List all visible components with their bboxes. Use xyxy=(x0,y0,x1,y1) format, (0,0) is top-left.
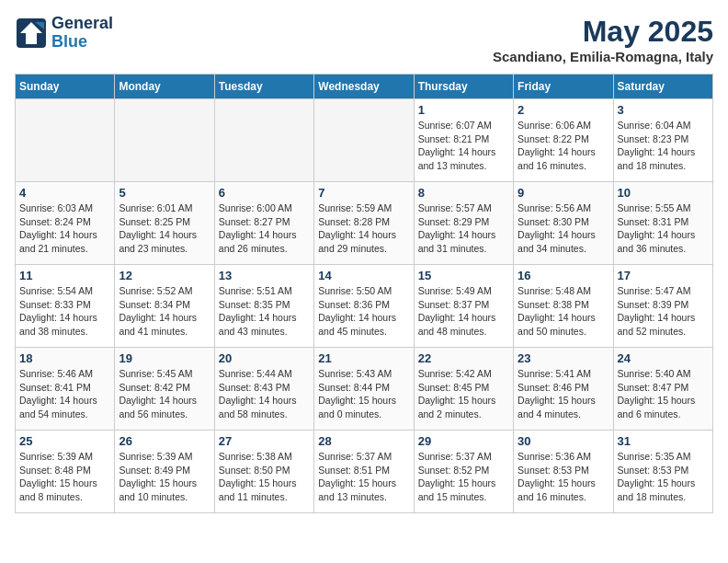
calendar-cell: 8Sunrise: 5:57 AM Sunset: 8:29 PM Daylig… xyxy=(414,182,513,265)
day-info: Sunrise: 5:49 AM Sunset: 8:37 PM Dayligh… xyxy=(418,284,509,339)
logo-icon xyxy=(15,17,48,50)
calendar-cell xyxy=(115,99,214,182)
day-info: Sunrise: 5:35 AM Sunset: 8:53 PM Dayligh… xyxy=(618,450,709,504)
calendar-cell: 19Sunrise: 5:45 AM Sunset: 8:42 PM Dayli… xyxy=(115,348,214,431)
calendar-cell: 12Sunrise: 5:52 AM Sunset: 8:34 PM Dayli… xyxy=(115,265,214,348)
day-info: Sunrise: 5:45 AM Sunset: 8:42 PM Dayligh… xyxy=(119,367,210,421)
calendar-cell: 27Sunrise: 5:38 AM Sunset: 8:50 PM Dayli… xyxy=(214,431,313,513)
day-number: 3 xyxy=(618,103,709,117)
day-number: 19 xyxy=(119,351,210,365)
calendar-cell: 31Sunrise: 5:35 AM Sunset: 8:53 PM Dayli… xyxy=(613,431,712,513)
day-number: 6 xyxy=(219,186,310,200)
calendar-cell: 24Sunrise: 5:40 AM Sunset: 8:47 PM Dayli… xyxy=(613,348,712,431)
day-number: 29 xyxy=(418,434,509,448)
day-info: Sunrise: 5:50 AM Sunset: 8:36 PM Dayligh… xyxy=(318,284,409,339)
day-info: Sunrise: 5:36 AM Sunset: 8:53 PM Dayligh… xyxy=(518,450,609,504)
day-info: Sunrise: 5:39 AM Sunset: 8:48 PM Dayligh… xyxy=(19,450,110,504)
calendar-cell: 11Sunrise: 5:54 AM Sunset: 8:33 PM Dayli… xyxy=(16,265,115,348)
calendar-table: SundayMondayTuesdayWednesdayThursdayFrid… xyxy=(15,74,713,513)
day-info: Sunrise: 5:44 AM Sunset: 8:43 PM Dayligh… xyxy=(219,367,310,421)
day-number: 16 xyxy=(518,269,609,282)
day-number: 10 xyxy=(618,186,709,200)
day-info: Sunrise: 5:40 AM Sunset: 8:47 PM Dayligh… xyxy=(618,367,709,421)
day-number: 15 xyxy=(418,269,509,282)
day-info: Sunrise: 5:54 AM Sunset: 8:33 PM Dayligh… xyxy=(19,284,110,339)
weekday-header: Tuesday xyxy=(214,75,313,99)
weekday-header: Wednesday xyxy=(314,75,414,99)
page-header: General Blue May 2025 Scandiano, Emilia-… xyxy=(15,15,713,64)
logo-text: General Blue xyxy=(51,15,113,52)
day-info: Sunrise: 5:42 AM Sunset: 8:45 PM Dayligh… xyxy=(418,367,509,421)
day-info: Sunrise: 6:01 AM Sunset: 8:25 PM Dayligh… xyxy=(119,201,210,256)
calendar-cell: 20Sunrise: 5:44 AM Sunset: 8:43 PM Dayli… xyxy=(214,348,313,431)
weekday-header: Sunday xyxy=(16,75,115,99)
calendar-cell: 16Sunrise: 5:48 AM Sunset: 8:38 PM Dayli… xyxy=(514,265,613,348)
calendar-week-row: 4Sunrise: 6:03 AM Sunset: 8:24 PM Daylig… xyxy=(16,182,713,265)
day-number: 26 xyxy=(119,434,210,448)
calendar-cell: 26Sunrise: 5:39 AM Sunset: 8:49 PM Dayli… xyxy=(115,431,214,513)
day-info: Sunrise: 5:55 AM Sunset: 8:31 PM Dayligh… xyxy=(618,201,709,256)
day-info: Sunrise: 5:52 AM Sunset: 8:34 PM Dayligh… xyxy=(119,284,210,339)
calendar-cell xyxy=(214,99,313,182)
day-number: 5 xyxy=(119,186,210,200)
calendar-week-row: 1Sunrise: 6:07 AM Sunset: 8:21 PM Daylig… xyxy=(16,99,713,182)
day-number: 24 xyxy=(618,351,709,365)
day-info: Sunrise: 5:37 AM Sunset: 8:51 PM Dayligh… xyxy=(318,450,409,504)
calendar-week-row: 11Sunrise: 5:54 AM Sunset: 8:33 PM Dayli… xyxy=(16,265,713,348)
day-info: Sunrise: 5:47 AM Sunset: 8:39 PM Dayligh… xyxy=(618,284,709,339)
day-info: Sunrise: 5:43 AM Sunset: 8:44 PM Dayligh… xyxy=(318,367,409,421)
month-title: May 2025 xyxy=(493,15,713,49)
calendar-cell: 30Sunrise: 5:36 AM Sunset: 8:53 PM Dayli… xyxy=(514,431,613,513)
calendar-cell xyxy=(16,99,115,182)
day-number: 9 xyxy=(518,186,609,200)
calendar-cell: 6Sunrise: 6:00 AM Sunset: 8:27 PM Daylig… xyxy=(214,182,313,265)
calendar-cell: 22Sunrise: 5:42 AM Sunset: 8:45 PM Dayli… xyxy=(414,348,513,431)
calendar-cell: 25Sunrise: 5:39 AM Sunset: 8:48 PM Dayli… xyxy=(16,431,115,513)
day-info: Sunrise: 5:46 AM Sunset: 8:41 PM Dayligh… xyxy=(19,367,110,421)
day-number: 2 xyxy=(518,103,609,117)
weekday-header-row: SundayMondayTuesdayWednesdayThursdayFrid… xyxy=(16,75,713,99)
day-info: Sunrise: 5:59 AM Sunset: 8:28 PM Dayligh… xyxy=(318,201,409,256)
day-number: 8 xyxy=(418,186,509,200)
day-number: 27 xyxy=(219,434,310,448)
calendar-week-row: 25Sunrise: 5:39 AM Sunset: 8:48 PM Dayli… xyxy=(16,431,713,513)
logo: General Blue xyxy=(15,15,113,52)
calendar-cell: 17Sunrise: 5:47 AM Sunset: 8:39 PM Dayli… xyxy=(613,265,712,348)
calendar-cell: 14Sunrise: 5:50 AM Sunset: 8:36 PM Dayli… xyxy=(314,265,414,348)
day-info: Sunrise: 5:48 AM Sunset: 8:38 PM Dayligh… xyxy=(518,284,609,339)
location-title: Scandiano, Emilia-Romagna, Italy xyxy=(493,49,713,64)
day-number: 28 xyxy=(318,434,409,448)
calendar-cell: 29Sunrise: 5:37 AM Sunset: 8:52 PM Dayli… xyxy=(414,431,513,513)
calendar-cell: 3Sunrise: 6:04 AM Sunset: 8:23 PM Daylig… xyxy=(613,99,712,182)
day-info: Sunrise: 5:41 AM Sunset: 8:46 PM Dayligh… xyxy=(518,367,609,421)
day-number: 20 xyxy=(219,351,310,365)
calendar-cell: 7Sunrise: 5:59 AM Sunset: 8:28 PM Daylig… xyxy=(314,182,414,265)
calendar-cell: 23Sunrise: 5:41 AM Sunset: 8:46 PM Dayli… xyxy=(514,348,613,431)
day-number: 18 xyxy=(19,351,110,365)
calendar-cell: 18Sunrise: 5:46 AM Sunset: 8:41 PM Dayli… xyxy=(16,348,115,431)
day-number: 13 xyxy=(219,269,310,282)
calendar-cell: 4Sunrise: 6:03 AM Sunset: 8:24 PM Daylig… xyxy=(16,182,115,265)
day-number: 7 xyxy=(318,186,409,200)
calendar-cell: 21Sunrise: 5:43 AM Sunset: 8:44 PM Dayli… xyxy=(314,348,414,431)
calendar-cell: 2Sunrise: 6:06 AM Sunset: 8:22 PM Daylig… xyxy=(514,99,613,182)
day-number: 31 xyxy=(618,434,709,448)
calendar-cell: 15Sunrise: 5:49 AM Sunset: 8:37 PM Dayli… xyxy=(414,265,513,348)
calendar-cell xyxy=(314,99,414,182)
day-number: 14 xyxy=(318,269,409,282)
weekday-header: Saturday xyxy=(613,75,712,99)
day-info: Sunrise: 5:57 AM Sunset: 8:29 PM Dayligh… xyxy=(418,201,509,256)
day-number: 11 xyxy=(19,269,110,282)
day-number: 25 xyxy=(19,434,110,448)
day-number: 22 xyxy=(418,351,509,365)
day-info: Sunrise: 5:39 AM Sunset: 8:49 PM Dayligh… xyxy=(119,450,210,504)
day-info: Sunrise: 5:51 AM Sunset: 8:35 PM Dayligh… xyxy=(219,284,310,339)
day-number: 1 xyxy=(418,103,509,117)
day-info: Sunrise: 5:56 AM Sunset: 8:30 PM Dayligh… xyxy=(518,201,609,256)
day-info: Sunrise: 6:07 AM Sunset: 8:21 PM Dayligh… xyxy=(418,119,509,173)
weekday-header: Monday xyxy=(115,75,214,99)
day-info: Sunrise: 6:00 AM Sunset: 8:27 PM Dayligh… xyxy=(219,201,310,256)
day-info: Sunrise: 6:06 AM Sunset: 8:22 PM Dayligh… xyxy=(518,119,609,173)
calendar-cell: 13Sunrise: 5:51 AM Sunset: 8:35 PM Dayli… xyxy=(214,265,313,348)
calendar-cell: 10Sunrise: 5:55 AM Sunset: 8:31 PM Dayli… xyxy=(613,182,712,265)
